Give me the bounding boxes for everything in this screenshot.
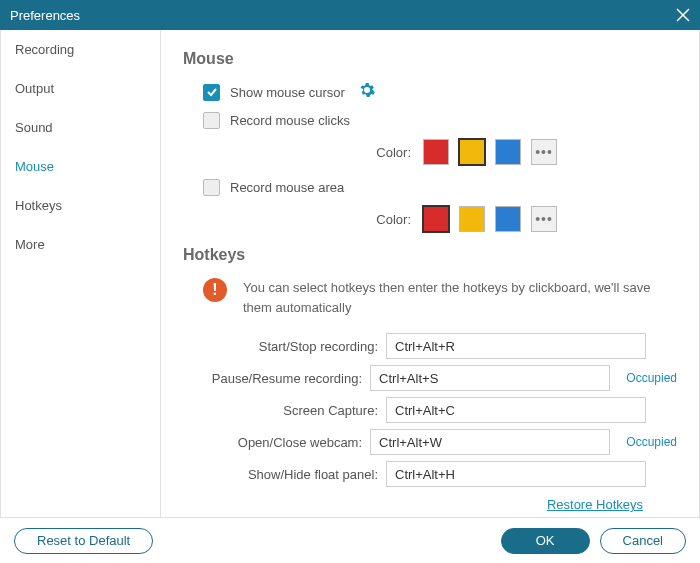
window-title: Preferences xyxy=(10,8,80,23)
input-float-panel[interactable] xyxy=(386,461,646,487)
close-icon[interactable] xyxy=(676,8,690,22)
info-text: You can select hotkeys then enter the ho… xyxy=(243,278,677,317)
section-title-mouse: Mouse xyxy=(183,50,677,68)
cancel-button[interactable]: Cancel xyxy=(600,528,686,554)
section-title-hotkeys: Hotkeys xyxy=(183,246,677,264)
gear-icon[interactable] xyxy=(359,82,375,102)
footer-right: OK Cancel xyxy=(501,528,686,554)
color-row-clicks: Color: ••• xyxy=(183,139,677,165)
swatch-clicks-2[interactable] xyxy=(495,139,521,165)
checkbox-record-area[interactable] xyxy=(203,179,220,196)
footer: Reset to Default OK Cancel xyxy=(0,517,700,563)
status-webcam: Occupied xyxy=(626,435,677,449)
swatch-area-1[interactable] xyxy=(459,206,485,232)
sidebar-item-mouse[interactable]: Mouse xyxy=(1,147,160,186)
titlebar[interactable]: Preferences xyxy=(0,0,700,30)
hotkey-row-pause-resume: Pause/Resume recording: Occupied xyxy=(183,365,677,391)
sidebar-item-recording[interactable]: Recording xyxy=(1,30,160,69)
hotkey-row-float-panel: Show/Hide float panel: xyxy=(183,461,677,487)
sidebar: Recording Output Sound Mouse Hotkeys Mor… xyxy=(1,30,161,517)
content: Mouse Show mouse cursor Record mouse cli… xyxy=(161,30,699,517)
label-show-cursor: Show mouse cursor xyxy=(230,85,345,100)
swatch-clicks-1[interactable] xyxy=(459,139,485,165)
label-pause-resume: Pause/Resume recording: xyxy=(183,371,362,386)
sidebar-item-hotkeys[interactable]: Hotkeys xyxy=(1,186,160,225)
sidebar-item-output[interactable]: Output xyxy=(1,69,160,108)
input-screen-capture[interactable] xyxy=(386,397,646,423)
alert-icon: ! xyxy=(203,278,227,302)
input-webcam[interactable] xyxy=(370,429,610,455)
label-screen-capture: Screen Capture: xyxy=(183,403,378,418)
restore-hotkeys-link[interactable]: Restore Hotkeys xyxy=(183,497,677,512)
label-start-stop: Start/Stop recording: xyxy=(183,339,378,354)
swatch-area-more[interactable]: ••• xyxy=(531,206,557,232)
swatch-clicks-more[interactable]: ••• xyxy=(531,139,557,165)
sidebar-item-sound[interactable]: Sound xyxy=(1,108,160,147)
label-record-clicks: Record mouse clicks xyxy=(230,113,350,128)
swatch-clicks-0[interactable] xyxy=(423,139,449,165)
ok-button[interactable]: OK xyxy=(501,528,590,554)
label-clicks-color: Color: xyxy=(311,145,411,160)
label-record-area: Record mouse area xyxy=(230,180,344,195)
input-start-stop[interactable] xyxy=(386,333,646,359)
row-show-cursor: Show mouse cursor xyxy=(183,82,677,102)
info-row: ! You can select hotkeys then enter the … xyxy=(183,278,677,317)
label-area-color: Color: xyxy=(311,212,411,227)
checkbox-show-cursor[interactable] xyxy=(203,84,220,101)
hotkey-row-webcam: Open/Close webcam: Occupied xyxy=(183,429,677,455)
reset-default-button[interactable]: Reset to Default xyxy=(14,528,153,554)
swatch-area-2[interactable] xyxy=(495,206,521,232)
color-row-area: Color: ••• xyxy=(183,206,677,232)
checkbox-record-clicks[interactable] xyxy=(203,112,220,129)
body: Recording Output Sound Mouse Hotkeys Mor… xyxy=(0,30,700,517)
hotkey-row-screen-capture: Screen Capture: xyxy=(183,397,677,423)
status-pause-resume: Occupied xyxy=(626,371,677,385)
input-pause-resume[interactable] xyxy=(370,365,610,391)
sidebar-item-more[interactable]: More xyxy=(1,225,160,264)
hotkey-row-start-stop: Start/Stop recording: xyxy=(183,333,677,359)
label-float-panel: Show/Hide float panel: xyxy=(183,467,378,482)
swatch-area-0[interactable] xyxy=(423,206,449,232)
row-record-clicks: Record mouse clicks xyxy=(183,112,677,129)
row-record-area: Record mouse area xyxy=(183,179,677,196)
label-webcam: Open/Close webcam: xyxy=(183,435,362,450)
